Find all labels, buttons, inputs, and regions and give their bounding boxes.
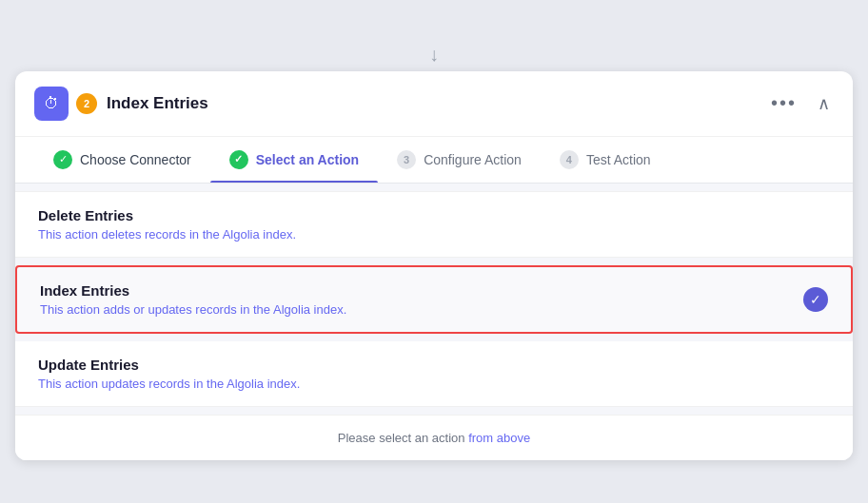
card-title: Index Entries	[107, 94, 765, 113]
more-options-button[interactable]: •••	[765, 88, 802, 118]
content-area: Delete Entries This action deletes recor…	[15, 184, 853, 460]
actions-list: Delete Entries This action deletes recor…	[15, 184, 853, 415]
card-header: ⏱ 2 Index Entries ••• ∧	[15, 71, 853, 137]
tab-num-3: 3	[397, 150, 416, 169]
step-badge: 2	[76, 93, 97, 114]
header-actions: ••• ∧	[765, 88, 834, 118]
action-text-selected: Index Entries This action adds or update…	[40, 282, 346, 317]
tab-num-4: 4	[560, 150, 579, 169]
tab-choose-connector[interactable]: ✓ Choose Connector	[34, 137, 210, 183]
action-item-header: Delete Entries This action deletes recor…	[38, 207, 830, 242]
tab-select-action[interactable]: ✓ Select an Action	[210, 137, 378, 183]
app-icon-symbol: ⏱	[44, 95, 59, 112]
action-item-header-selected: Index Entries This action adds or update…	[40, 282, 828, 317]
tab-select-action-label: Select an Action	[256, 152, 359, 167]
footer-text-before: Please select an action	[338, 431, 468, 445]
selected-check-icon: ✓	[803, 287, 828, 312]
action-item-index-entries[interactable]: Index Entries This action adds or update…	[15, 265, 853, 334]
action-name: Delete Entries	[38, 207, 296, 223]
card: ⏱ 2 Index Entries ••• ∧ ✓ Choose Connect…	[15, 71, 853, 460]
tab-check-icon: ✓	[53, 150, 72, 169]
collapse-button[interactable]: ∧	[814, 89, 834, 118]
app-icon: ⏱	[34, 87, 69, 121]
tab-choose-connector-label: Choose Connector	[80, 152, 191, 167]
action-desc: This action deletes records in the Algol…	[38, 227, 296, 242]
footer: Please select an action from above	[15, 415, 853, 460]
tab-test-action[interactable]: 4 Test Action	[541, 137, 670, 183]
tab-configure-action-label: Configure Action	[424, 152, 522, 167]
action-name-selected: Index Entries	[40, 282, 346, 299]
action-desc-update: This action updates records in the Algol…	[38, 377, 300, 391]
action-item-header-update: Update Entries This action updates recor…	[38, 357, 830, 391]
footer-link[interactable]: from above	[468, 431, 530, 445]
action-text: Delete Entries This action deletes recor…	[38, 207, 296, 242]
outer-wrapper: ↓ ⏱ 2 Index Entries ••• ∧ ✓ Choose Conne…	[15, 44, 853, 460]
down-arrow-icon: ↓	[429, 44, 439, 66]
tab-test-action-label: Test Action	[586, 152, 651, 167]
action-text-update: Update Entries This action updates recor…	[38, 357, 300, 391]
action-item-delete-entries[interactable]: Delete Entries This action deletes recor…	[15, 191, 853, 258]
tab-check-icon-2: ✓	[229, 150, 248, 169]
action-item-update-entries[interactable]: Update Entries This action updates recor…	[15, 341, 853, 407]
action-desc-selected: This action adds or updates records in t…	[40, 302, 346, 317]
tabs-bar: ✓ Choose Connector ✓ Select an Action 3 …	[15, 137, 853, 184]
tab-configure-action[interactable]: 3 Configure Action	[378, 137, 541, 183]
action-name-update: Update Entries	[38, 357, 300, 373]
